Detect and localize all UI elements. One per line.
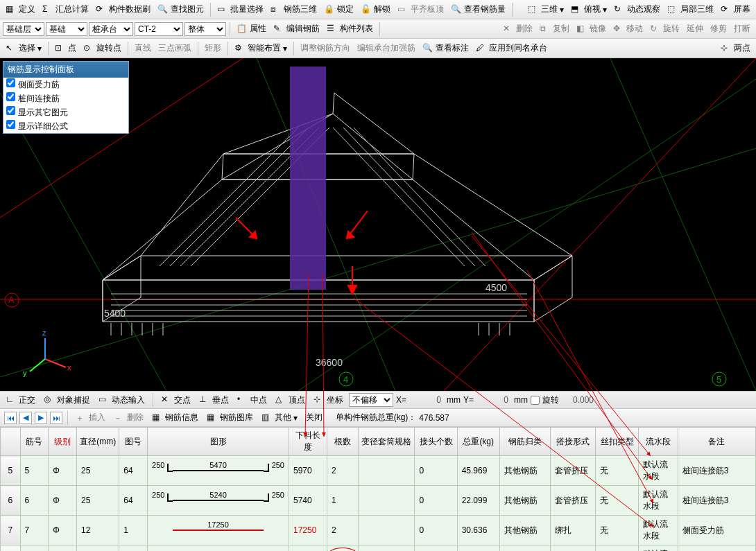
cell[interactable]: 45.969 xyxy=(457,456,499,486)
cell[interactable]: 2 xyxy=(327,456,359,486)
cell[interactable] xyxy=(358,486,415,516)
cell[interactable]: 1 xyxy=(119,545,148,552)
applysame-button[interactable]: 🖊应用到同名承台 xyxy=(473,41,550,55)
col-header[interactable]: 变径套筒规格 xyxy=(358,428,415,456)
offset-select[interactable]: 不偏移 xyxy=(349,393,393,407)
whole-select[interactable]: 整体 xyxy=(184,22,226,36)
cell[interactable]: 套管挤压 xyxy=(551,486,596,516)
rebar-display-panel[interactable]: 钢筋显示控制面板 侧面受力筋桩间连接筋显示其它图元显示详细公式 xyxy=(3,61,129,134)
viewrebar-button[interactable]: 🔍查看钢筋量 xyxy=(448,2,508,17)
cell[interactable]: 2505470250 xyxy=(148,456,289,486)
cell[interactable]: 6 xyxy=(1,486,21,516)
rebar3d-button[interactable]: ⧈钢筋三维 xyxy=(268,2,320,17)
insert-button[interactable]: ＋插入 xyxy=(73,410,108,425)
cell[interactable]: 7 xyxy=(20,516,49,545)
cell[interactable]: 0 xyxy=(415,486,457,516)
batch-button[interactable]: ▭批量选择 xyxy=(214,2,266,17)
cell[interactable]: 无 xyxy=(596,545,638,552)
editrebar-button[interactable]: ✎编辑钢筋 xyxy=(270,21,323,36)
info-button[interactable]: ▦钢筋信息 xyxy=(149,410,201,425)
panel-item[interactable]: 显示其它图元 xyxy=(3,105,128,119)
rotate-button[interactable]: ↻旋转 xyxy=(647,21,682,36)
cell[interactable]: 侧面受力筋 xyxy=(678,516,755,545)
col-header[interactable]: 直径(mm) xyxy=(77,428,119,456)
panel-check[interactable] xyxy=(6,106,15,115)
cell[interactable] xyxy=(358,456,415,486)
editcap-button[interactable]: 编辑承台加强筋 xyxy=(354,41,418,55)
category-select[interactable]: 基础 xyxy=(46,22,87,36)
refresh-button[interactable]: ⟳构件数据刷 xyxy=(93,2,153,17)
table-row[interactable]: 66Φ2564250524025057401022.099其他钢筋套管挤压无默认… xyxy=(1,486,756,516)
line-button[interactable]: 直线 xyxy=(132,41,154,55)
cell[interactable]: 22.099 xyxy=(457,486,499,516)
col-header[interactable]: 总重(kg) xyxy=(457,428,499,456)
other-button[interactable]: ▥其他▾ xyxy=(259,410,300,425)
dyn-toggle[interactable]: ▭动态输入 xyxy=(96,393,148,408)
cell[interactable]: Φ xyxy=(49,545,77,552)
cell[interactable] xyxy=(358,545,415,552)
cell[interactable] xyxy=(358,516,415,545)
col-header[interactable]: 图号 xyxy=(119,428,148,456)
panel-check[interactable] xyxy=(6,120,15,129)
cell[interactable]: 绑扎 xyxy=(551,545,596,552)
rot-check[interactable] xyxy=(531,396,540,405)
top-button[interactable]: ⬒俯视▾ xyxy=(568,2,610,17)
rebar-table[interactable]: 筋号级别直径(mm)图号图形下料长度根数变径套筒规格接头个数总重(kg)钢筋归类… xyxy=(0,427,756,551)
complist-button[interactable]: ☰构件列表 xyxy=(324,21,376,36)
cell[interactable]: 2505240250 xyxy=(148,486,289,516)
twopoint-button[interactable]: ⊹两点 xyxy=(718,41,753,55)
cell[interactable]: 550 xyxy=(289,545,327,552)
cell[interactable]: 17250 xyxy=(289,516,327,545)
table-row[interactable]: 55Φ2564250547025059702045.969其他钢筋套管挤压无默认… xyxy=(1,456,756,486)
table-row[interactable]: 77Φ12117250172502030.636其他钢筋绑扎无默认流 水段侧面受… xyxy=(1,516,756,545)
adjust-button[interactable]: 调整钢筋方向 xyxy=(298,41,353,55)
sum-button[interactable]: Σ汇总计算 xyxy=(40,2,92,17)
cell[interactable]: 5740 xyxy=(289,486,327,516)
lock-button[interactable]: 🔒锁定 xyxy=(321,2,356,17)
cell[interactable]: 1 xyxy=(119,516,148,545)
view3d-button[interactable]: ⬚三维▾ xyxy=(525,2,567,17)
findview-button[interactable]: 🔍查找图元 xyxy=(155,2,207,17)
cell[interactable]: 64 xyxy=(119,486,148,516)
col-header[interactable]: 搭接形式 xyxy=(551,428,596,456)
cell[interactable]: 60 xyxy=(327,545,359,552)
rect-button[interactable]: 矩形 xyxy=(202,41,224,55)
cell[interactable]: 25 xyxy=(77,486,119,516)
cell[interactable]: Φ xyxy=(49,516,77,545)
jd-button[interactable]: ✕交点 xyxy=(158,393,194,408)
col-header[interactable]: 备注 xyxy=(678,428,755,456)
trim-button[interactable]: 修剪 xyxy=(707,21,730,36)
extend-button[interactable]: 延伸 xyxy=(684,21,706,36)
col-header[interactable] xyxy=(1,428,21,456)
dd-button[interactable]: △顶点 xyxy=(273,393,308,408)
cz-button[interactable]: ⊥垂点 xyxy=(196,393,232,408)
rotpoint-button[interactable]: ⊙旋转点 xyxy=(80,41,124,55)
attr-button[interactable]: 📋属性 xyxy=(234,21,269,36)
next-button[interactable]: ▶ xyxy=(35,412,47,424)
cell[interactable]: 其它钢筋 xyxy=(678,545,755,552)
zb-button[interactable]: ⊹坐标 xyxy=(311,393,346,408)
panel-check[interactable] xyxy=(6,78,15,87)
component-select[interactable]: CT-2 xyxy=(135,22,183,36)
panel-item[interactable]: 侧面受力筋 xyxy=(3,78,128,91)
cell[interactable]: 5 xyxy=(20,456,49,486)
col-header[interactable]: 根数 xyxy=(327,428,359,456)
cell[interactable]: 其他钢筋 xyxy=(499,486,550,516)
orbit-button[interactable]: ↻动态观察 xyxy=(611,2,663,17)
cell[interactable]: 默认流 水段 xyxy=(638,545,678,552)
cell[interactable]: 6 xyxy=(20,486,49,516)
col-header[interactable]: 流水段 xyxy=(638,428,678,456)
cell[interactable]: 无 xyxy=(596,486,638,516)
col-header[interactable]: 筋号 xyxy=(20,428,49,456)
cell[interactable]: 套管挤压 xyxy=(551,456,596,486)
ortho-toggle[interactable]: ∟正交 xyxy=(3,393,38,408)
cell[interactable]: 39.93 xyxy=(457,545,499,552)
cell[interactable]: 无 xyxy=(596,516,638,545)
cell[interactable]: 0 xyxy=(415,456,457,486)
cell[interactable]: 0 xyxy=(415,516,457,545)
prev-button[interactable]: ◀ xyxy=(19,412,32,424)
last-button[interactable]: ⏭ xyxy=(50,412,62,424)
cell[interactable]: 25 xyxy=(77,456,119,486)
cell[interactable]: 5970 xyxy=(289,456,327,486)
cell[interactable]: 桩间连接筋3 xyxy=(678,456,755,486)
